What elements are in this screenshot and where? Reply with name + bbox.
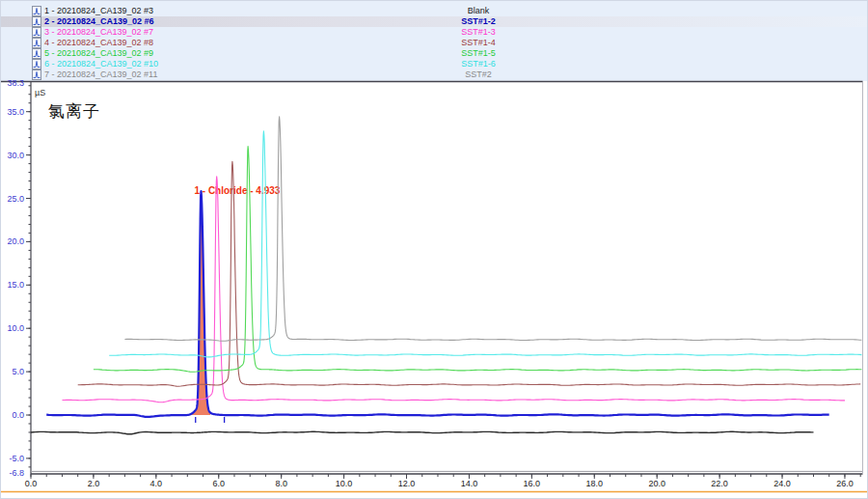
svg-text:18.0: 18.0 — [586, 479, 604, 488]
svg-text:2.0: 2.0 — [88, 479, 100, 488]
svg-text:35.0: 35.0 — [7, 107, 24, 117]
trace — [124, 117, 861, 341]
svg-text:0.0: 0.0 — [25, 479, 38, 488]
chromatogram-overlay-window: 1 - 20210824_CA139_02 #3 Blank 2 - 20210… — [0, 0, 868, 499]
svg-text:26.0: 26.0 — [836, 479, 854, 488]
svg-text:24.0: 24.0 — [773, 479, 791, 488]
svg-text:-5.0: -5.0 — [9, 454, 24, 463]
svg-text:10.0: 10.0 — [336, 479, 353, 488]
svg-text:10.0: 10.0 — [7, 323, 24, 333]
chart-title: 氯离子 — [48, 100, 100, 123]
svg-text:12.0: 12.0 — [398, 479, 416, 488]
svg-text:20.0: 20.0 — [7, 236, 24, 246]
trace — [63, 177, 846, 402]
svg-text:38.3: 38.3 — [7, 78, 24, 88]
svg-text:14.0: 14.0 — [461, 479, 478, 488]
svg-text:5.0: 5.0 — [12, 367, 24, 376]
svg-text:20.0: 20.0 — [648, 479, 665, 488]
svg-text:4.0: 4.0 — [150, 479, 163, 488]
trace — [109, 131, 861, 357]
svg-text:22.0: 22.0 — [711, 479, 728, 488]
svg-text:25.0: 25.0 — [7, 194, 24, 204]
trace — [31, 431, 814, 434]
svg-text:30.0: 30.0 — [7, 151, 24, 160]
svg-text:6.0: 6.0 — [213, 479, 226, 488]
svg-text:0.0: 0.0 — [12, 410, 24, 420]
svg-text:15.0: 15.0 — [7, 280, 24, 290]
svg-text:-6.8: -6.8 — [9, 468, 24, 478]
trace — [46, 191, 829, 417]
svg-text:16.0: 16.0 — [524, 479, 541, 488]
y-axis-unit-label: µS — [35, 88, 45, 97]
trace — [94, 147, 862, 373]
chromatogram-plot[interactable]: 0.02.04.06.08.010.012.014.016.018.020.02… — [1, 1, 868, 499]
svg-text:8.0: 8.0 — [275, 479, 287, 488]
svg-text:1 - Chloride - 4.933: 1 - Chloride - 4.933 — [194, 185, 280, 196]
